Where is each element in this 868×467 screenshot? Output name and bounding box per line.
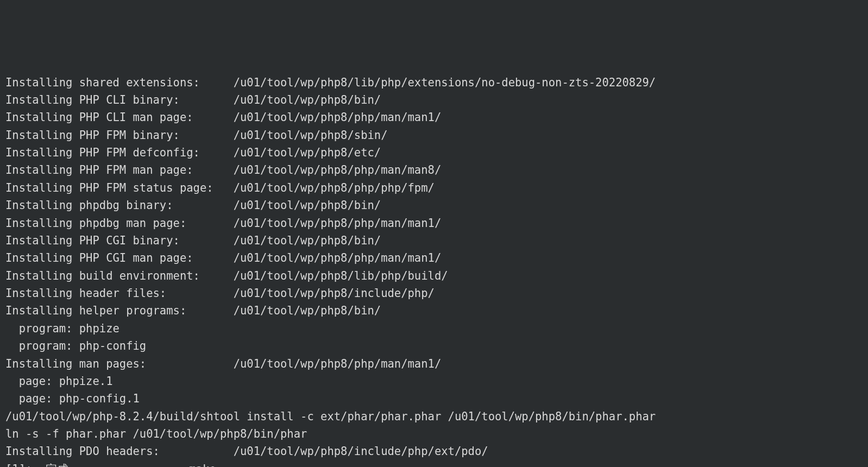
install-line-2: Installing PHP CLI man page: /u01/tool/w… (5, 109, 863, 126)
shtool-line: /u01/tool/wp/php-8.2.4/build/shtool inst… (5, 408, 863, 425)
ln-line: ln -s -f phar.phar /u01/tool/wp/php8/bin… (5, 425, 863, 443)
man-page-1: page: php-config.1 (5, 390, 863, 407)
install-line-1: Installing PHP CLI binary: /u01/tool/wp/… (5, 91, 863, 109)
install-line-9: Installing PHP CGI binary: /u01/tool/wp/… (5, 232, 863, 249)
install-man-pages: Installing man pages: /u01/tool/wp/php8/… (5, 355, 863, 373)
terminal-output[interactable]: Installing shared extensions: /u01/tool/… (5, 74, 863, 468)
helper-program-0: program: phpize (5, 320, 863, 337)
install-line-3: Installing PHP FPM binary: /u01/tool/wp/… (5, 127, 863, 144)
install-line-8: Installing phpdbg man page: /u01/tool/wp… (5, 214, 863, 232)
helper-program-1: program: php-config (5, 337, 863, 355)
install-line-12: Installing header files: /u01/tool/wp/ph… (5, 285, 863, 302)
install-line-11: Installing build environment: /u01/tool/… (5, 267, 863, 285)
install-line-5: Installing PHP FPM man page: /u01/tool/w… (5, 161, 863, 179)
install-line-4: Installing PHP FPM defconfig: /u01/tool/… (5, 144, 863, 161)
install-line-0: Installing shared extensions: /u01/tool/… (5, 74, 863, 91)
install-pdo-headers: Installing PDO headers: /u01/tool/wp/php… (5, 443, 863, 460)
install-line-13: Installing helper programs: /u01/tool/wp… (5, 302, 863, 319)
install-line-10: Installing PHP CGI man page: /u01/tool/w… (5, 249, 863, 267)
job-done-line: [1]+ 完成 make (5, 460, 863, 467)
man-page-0: page: phpize.1 (5, 373, 863, 390)
install-line-6: Installing PHP FPM status page: /u01/too… (5, 179, 863, 197)
install-line-7: Installing phpdbg binary: /u01/tool/wp/p… (5, 197, 863, 214)
